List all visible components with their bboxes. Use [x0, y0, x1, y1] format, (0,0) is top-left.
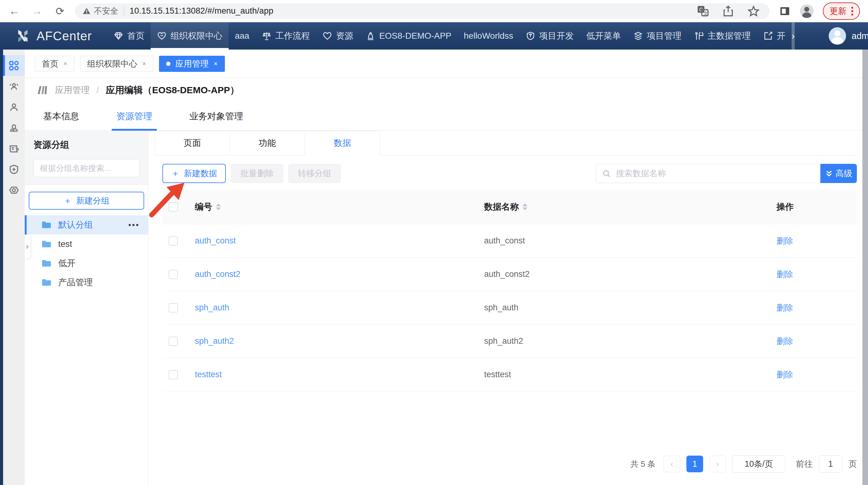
- url-text[interactable]: 10.15.15.151:13082/#/menu_auth/app: [130, 6, 274, 16]
- new-group-button[interactable]: ＋ 新建分组: [29, 192, 144, 210]
- rail-item-apps[interactable]: [3, 55, 25, 76]
- refresh-icon[interactable]: ⟳: [54, 5, 66, 17]
- more-dots-icon[interactable]: •••: [128, 220, 140, 230]
- nav-item-eos8-demo-app[interactable]: EOS8-DEMO-APP: [360, 22, 458, 50]
- user-menu[interactable]: admin ∨: [829, 22, 868, 50]
- tab-business-object-mgmt[interactable]: 业务对象管理: [189, 102, 243, 131]
- folder-icon: [41, 240, 51, 248]
- row-checkbox[interactable]: [168, 303, 178, 313]
- row-name: auth_const2: [473, 269, 766, 279]
- sidebar-collapse-handle[interactable]: [25, 234, 31, 259]
- nav-item-project-dev[interactable]: 项目开发: [519, 22, 580, 50]
- group-item-test[interactable]: test: [25, 234, 148, 254]
- chevron-right-icon: [26, 245, 29, 249]
- row-id-link[interactable]: testtest: [184, 370, 473, 379]
- group-item-lowcode[interactable]: 低开: [25, 254, 148, 273]
- address-bar[interactable]: 不安全 10.15.15.151:13082/#/menu_auth/app G…: [75, 3, 770, 19]
- breadcrumb-section[interactable]: 应用管理: [55, 84, 90, 96]
- goto-page-input[interactable]: [819, 455, 842, 473]
- new-data-button[interactable]: ＋ 新建数据: [162, 164, 226, 183]
- profile-avatar[interactable]: [800, 4, 813, 18]
- close-icon[interactable]: ×: [214, 60, 218, 68]
- tab-chip-org-auth[interactable]: 组织权限中心 ×: [80, 56, 153, 72]
- back-icon[interactable]: ←: [8, 5, 21, 17]
- table-row: auth_const2 auth_const2 删除: [162, 258, 857, 291]
- prev-page-button[interactable]: ‹: [663, 456, 680, 472]
- group-item-default[interactable]: 默认分组 •••: [25, 215, 148, 234]
- group-label: 低开: [58, 257, 75, 269]
- nav-item-helloworldss[interactable]: helloWorldss: [458, 22, 519, 50]
- tab-basic-info[interactable]: 基本信息: [43, 102, 79, 131]
- page-unit-label: 页: [848, 458, 857, 469]
- row-checkbox[interactable]: [168, 236, 178, 246]
- row-checkbox[interactable]: [168, 337, 178, 346]
- sort-icon[interactable]: [216, 203, 221, 210]
- delete-link[interactable]: 删除: [766, 336, 857, 347]
- tab-functions[interactable]: 功能: [230, 131, 305, 155]
- afcenter-logo-icon: [15, 28, 31, 44]
- nav-item-project-mgmt[interactable]: 项目管理: [627, 22, 688, 50]
- translate-icon[interactable]: G文: [696, 5, 709, 17]
- nav-item-aaa[interactable]: aaa: [228, 22, 255, 50]
- nav-item-master-data[interactable]: 主数据管理: [688, 22, 757, 50]
- move-group-button[interactable]: 转移分组: [288, 164, 341, 183]
- close-icon[interactable]: ×: [63, 60, 67, 68]
- next-page-button[interactable]: ›: [709, 456, 726, 472]
- menu-dots-icon[interactable]: [851, 7, 853, 16]
- batch-delete-button[interactable]: 批量删除: [231, 164, 283, 183]
- module-rail: [3, 50, 25, 485]
- bookmark-star-icon[interactable]: [747, 5, 760, 17]
- delete-link[interactable]: 删除: [766, 369, 857, 380]
- sort-icon[interactable]: [523, 203, 527, 210]
- select-all-checkbox[interactable]: [168, 202, 178, 211]
- chrome-update-button[interactable]: 更新: [823, 2, 860, 20]
- row-checkbox[interactable]: [168, 270, 178, 279]
- tab-pages[interactable]: 页面: [155, 131, 230, 155]
- row-id-link[interactable]: auth_const2: [184, 269, 473, 279]
- page-size-select[interactable]: 10条/页: [732, 455, 785, 473]
- window-edge: [0, 50, 3, 485]
- rail-item-user[interactable]: [3, 96, 25, 117]
- row-checkbox[interactable]: [168, 370, 178, 379]
- sidebar-title: 资源分组: [33, 139, 140, 151]
- delete-link[interactable]: 删除: [766, 235, 857, 247]
- group-item-product-mgmt[interactable]: 产品管理: [25, 273, 148, 292]
- rail-item-shield-plus[interactable]: [3, 159, 25, 180]
- nav-item-org-auth-center[interactable]: 组织权限中心: [151, 22, 228, 50]
- page-number-button[interactable]: 1: [686, 456, 703, 472]
- nav-item-truncated[interactable]: 开: [757, 22, 792, 50]
- nav-item-workflow[interactable]: 工作流程: [255, 22, 316, 50]
- nav-item-lowcode-menu[interactable]: 低开菜单: [580, 22, 627, 50]
- rail-item-stamp[interactable]: [3, 117, 25, 138]
- nav-item-label: 主数据管理: [708, 30, 751, 42]
- row-id-link[interactable]: sph_auth2: [184, 336, 473, 346]
- page-scrollbar[interactable]: [862, 50, 868, 485]
- group-search-input[interactable]: [33, 159, 140, 177]
- rail-item-monitor[interactable]: [3, 180, 25, 200]
- sidepanel-icon[interactable]: [779, 5, 790, 17]
- nav-item-home[interactable]: 首页: [107, 22, 151, 50]
- share-icon[interactable]: [722, 5, 734, 17]
- advanced-search-button[interactable]: 高级: [820, 164, 857, 183]
- tab-resource-mgmt[interactable]: 资源管理: [116, 102, 152, 131]
- brand[interactable]: AFCenter: [0, 22, 107, 50]
- user-avatar: [829, 27, 846, 45]
- rail-item-document[interactable]: [3, 138, 25, 159]
- search-icon: [602, 169, 611, 178]
- tab-chip-app-mgmt[interactable]: 应用管理 ×: [159, 56, 225, 72]
- data-search-input[interactable]: [596, 164, 820, 183]
- delete-link[interactable]: 删除: [766, 302, 857, 313]
- row-id-link[interactable]: sph_auth: [184, 303, 473, 313]
- tab-chip-home[interactable]: 首页 ×: [35, 56, 74, 72]
- close-icon[interactable]: ×: [142, 60, 146, 68]
- tab-data[interactable]: 数据: [305, 131, 380, 155]
- row-id-link[interactable]: auth_const: [184, 236, 473, 246]
- nav-item-label: 开: [777, 30, 785, 42]
- rail-item-team[interactable]: [3, 76, 25, 96]
- nav-overflow-chevron[interactable]: ›: [792, 22, 795, 50]
- forward-icon[interactable]: →: [31, 5, 43, 17]
- nav-item-resource[interactable]: 资源: [316, 22, 360, 50]
- delete-link[interactable]: 删除: [766, 269, 857, 280]
- security-label[interactable]: 不安全: [94, 6, 118, 17]
- nav-item-label: EOS8-DEMO-APP: [379, 31, 451, 41]
